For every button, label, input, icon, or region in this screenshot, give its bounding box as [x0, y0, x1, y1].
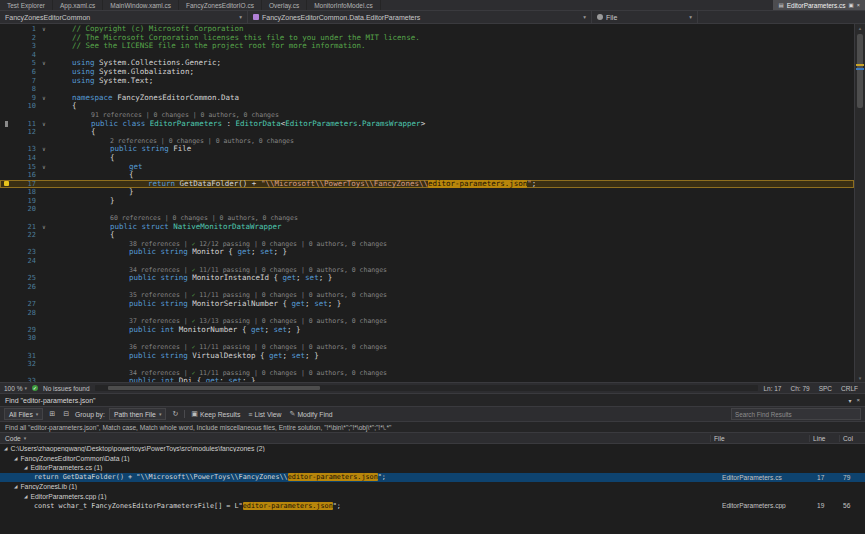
- column-col[interactable]: Col: [839, 435, 865, 442]
- fold-chevron-icon[interactable]: ∨: [38, 163, 50, 172]
- code-line[interactable]: 14{: [0, 154, 854, 163]
- code-line[interactable]: 30: [0, 334, 854, 343]
- find-group-row[interactable]: ◢FancyZonesEditorCommon\Data (1): [0, 454, 865, 464]
- tree-expanded-icon[interactable]: ◢: [4, 446, 7, 451]
- find-panel-header[interactable]: Find "editor-parameters.json" ▾ ×: [0, 394, 865, 406]
- column-code[interactable]: Code ▾: [0, 435, 710, 442]
- code-line[interactable]: 8: [0, 85, 854, 94]
- fold-chevron-icon[interactable]: ∨: [38, 145, 50, 154]
- expand-all-button[interactable]: ⊞: [47, 410, 57, 418]
- fold-chevron-icon[interactable]: ∨: [38, 223, 50, 232]
- keep-results-button[interactable]: ▣ Keep Results: [189, 410, 242, 418]
- search-find-results-input[interactable]: [731, 408, 861, 420]
- code-line[interactable]: 4: [0, 51, 854, 60]
- find-group-row[interactable]: ◢C:\Users\zhaopengwang\Desktop\powertoys…: [0, 444, 865, 454]
- document-tab[interactable]: FancyZonesEditorIO.cs: [179, 0, 262, 10]
- code-line[interactable]: 7using System.Text;: [0, 77, 854, 86]
- code-line[interactable]: 12{: [0, 128, 854, 137]
- code-line[interactable]: 5∨using System.Collections.Generic;: [0, 59, 854, 68]
- codelens-row[interactable]: 2 references | 0 changes | 0 authors, 0 …: [0, 137, 854, 146]
- column-line[interactable]: Line: [809, 435, 839, 442]
- lightbulb-icon[interactable]: [0, 181, 12, 186]
- member-dropdown[interactable]: File ▾: [592, 11, 698, 23]
- group-by-dropdown[interactable]: Path then File ▾: [109, 408, 166, 420]
- code-line[interactable]: 11∨public class EditorParameters : Edito…: [0, 120, 854, 129]
- document-tab[interactable]: MainWindow.xaml.cs: [103, 0, 179, 10]
- code-line[interactable]: 17return GetDataFolder() + "\\Microsoft\…: [0, 180, 854, 189]
- find-group-row[interactable]: ◢FancyZonesLib (1): [0, 482, 865, 492]
- find-result-row[interactable]: return GetDataFolder() + "\\Microsoft\\P…: [0, 473, 865, 483]
- code-line[interactable]: 16{: [0, 171, 854, 180]
- code-line[interactable]: 6using System.Globalization;: [0, 68, 854, 77]
- document-tab[interactable]: App.xaml.cs: [53, 0, 103, 10]
- code-line[interactable]: 20: [0, 205, 854, 214]
- find-result-row[interactable]: const wchar_t FancyZonesEditorParameters…: [0, 501, 865, 511]
- modify-find-button[interactable]: ✎ Modify Find: [288, 410, 335, 418]
- document-tab[interactable]: Test Explorer: [0, 0, 53, 10]
- codelens-row[interactable]: 35 references | ✓ 11/11 passing | 0 chan…: [0, 291, 854, 300]
- close-icon[interactable]: ×: [857, 2, 860, 8]
- codelens-row[interactable]: 37 references | ✓ 13/13 passing | 0 chan…: [0, 317, 854, 326]
- tree-expanded-icon[interactable]: ◢: [24, 494, 27, 499]
- scroll-up-icon[interactable]: ▴: [855, 24, 865, 32]
- close-icon[interactable]: ×: [856, 397, 860, 404]
- code-line[interactable]: 1∨// Copyright (c) Microsoft Corporation: [0, 25, 854, 34]
- tree-expanded-icon[interactable]: ◢: [24, 465, 27, 470]
- document-tab[interactable]: Overlay.cs: [262, 0, 307, 10]
- line-ending-indicator[interactable]: CRLF: [841, 385, 858, 392]
- project-dropdown[interactable]: FancyZonesEditorCommon ▾: [0, 11, 248, 23]
- code-line[interactable]: 24: [0, 257, 854, 266]
- list-view-button[interactable]: ≡ List View: [246, 411, 283, 418]
- code-line[interactable]: 19}: [0, 197, 854, 206]
- find-group-row[interactable]: ◢EditorParameters.cs (1): [0, 463, 865, 473]
- fold-chevron-icon[interactable]: ∨: [38, 25, 50, 34]
- codelens-row[interactable]: 34 references | ✓ 11/11 passing | 0 chan…: [0, 266, 854, 275]
- fold-chevron-icon[interactable]: ∨: [38, 59, 50, 68]
- char-indicator[interactable]: Ch: 79: [790, 385, 809, 392]
- line-indicator[interactable]: Ln: 17: [763, 385, 781, 392]
- scope-dropdown[interactable]: All Files ▾: [4, 408, 43, 420]
- code-line[interactable]: 10{: [0, 102, 854, 111]
- fold-chevron-icon[interactable]: ∨: [38, 120, 50, 129]
- code-line[interactable]: 27public string MonitorSerialNumber { ge…: [0, 300, 854, 309]
- window-position-icon[interactable]: ▾: [848, 397, 851, 404]
- code-line[interactable]: 25public string MonitorInstanceId { get;…: [0, 274, 854, 283]
- scroll-down-icon[interactable]: ▾: [855, 374, 865, 382]
- code-line[interactable]: 13∨public string File: [0, 145, 854, 154]
- code-line[interactable]: 23public string Monitor { get; set; }: [0, 248, 854, 257]
- tree-expanded-icon[interactable]: ◢: [14, 484, 17, 489]
- refresh-button[interactable]: ↻: [170, 410, 180, 418]
- indent-indicator[interactable]: SPC: [819, 385, 832, 392]
- zoom-dropdown[interactable]: 100 % ▾: [4, 385, 27, 392]
- vertical-scrollbar[interactable]: ▴ ▾: [854, 24, 865, 382]
- code-line[interactable]: 21∨public struct NativeMonitorDataWrappe…: [0, 223, 854, 232]
- code-line[interactable]: 18}: [0, 188, 854, 197]
- code-line[interactable]: 15∨get: [0, 163, 854, 172]
- code-line[interactable]: 29public int MonitorNumber { get; set; }: [0, 326, 854, 335]
- codelens-row[interactable]: 34 references | ✓ 11/11 passing | 0 chan…: [0, 369, 854, 378]
- preview-tab-editorparameters[interactable]: ▤ EditorParameters.cs ▣ ×: [773, 0, 865, 10]
- code-line[interactable]: 26: [0, 283, 854, 292]
- codelens-row[interactable]: 91 references | 0 changes | 0 authors, 0…: [0, 111, 854, 120]
- codelens-row[interactable]: 36 references | ✓ 11/11 passing | 0 chan…: [0, 343, 854, 352]
- scrollbar-thumb[interactable]: [857, 34, 863, 108]
- document-tab[interactable]: MonitorInfoModel.cs: [307, 0, 381, 10]
- code-rows[interactable]: 1∨// Copyright (c) Microsoft Corporation…: [0, 24, 854, 382]
- collapse-all-button[interactable]: ⊟: [61, 410, 71, 418]
- find-group-row[interactable]: ◢EditorParameters.cpp (1): [0, 492, 865, 502]
- type-dropdown[interactable]: FancyZonesEditorCommon.Data.EditorParame…: [248, 11, 592, 23]
- codelens-row[interactable]: 60 references | 0 changes | 0 authors, 0…: [0, 214, 854, 223]
- code-line[interactable]: 9∨namespace FancyZonesEditorCommon.Data: [0, 94, 854, 103]
- horizontal-scrollbar-thumb[interactable]: [108, 386, 320, 390]
- code-line[interactable]: 31public string VirtualDesktop { get; se…: [0, 352, 854, 361]
- horizontal-scrollbar[interactable]: [95, 385, 759, 391]
- code-line[interactable]: 2// The Microsoft Corporation licenses t…: [0, 34, 854, 43]
- fold-chevron-icon[interactable]: ∨: [38, 94, 50, 103]
- codelens-row[interactable]: 38 references | ✓ 12/12 passing | 0 chan…: [0, 240, 854, 249]
- code-line[interactable]: 32: [0, 360, 854, 369]
- code-line[interactable]: 28: [0, 309, 854, 318]
- code-line[interactable]: 22{: [0, 231, 854, 240]
- column-file[interactable]: File: [710, 435, 809, 442]
- health-check-icon[interactable]: ✓: [32, 385, 38, 391]
- keep-open-icon[interactable]: ▣: [849, 2, 854, 8]
